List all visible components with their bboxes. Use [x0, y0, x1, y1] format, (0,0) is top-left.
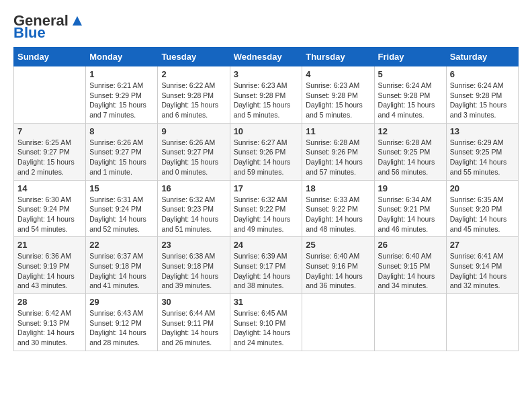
calendar-cell: 12Sunrise: 6:28 AMSunset: 9:25 PMDayligh…	[374, 123, 446, 180]
calendar-cell: 31Sunrise: 6:45 AMSunset: 9:10 PMDayligh…	[230, 294, 302, 351]
header-wednesday: Wednesday	[230, 48, 302, 66]
cell-info: Sunrise: 6:43 AMSunset: 9:12 PMDaylight:…	[89, 308, 154, 348]
week-row-3: 21Sunrise: 6:36 AMSunset: 9:19 PMDayligh…	[14, 237, 519, 294]
logo-blue: Blue	[13, 26, 46, 40]
cell-info: Sunrise: 6:40 AMSunset: 9:15 PMDaylight:…	[378, 251, 443, 291]
cell-info: Sunrise: 6:24 AMSunset: 9:28 PMDaylight:…	[450, 81, 515, 120]
cell-info: Sunrise: 6:28 AMSunset: 9:26 PMDaylight:…	[306, 138, 370, 177]
calendar-body: 1Sunrise: 6:21 AMSunset: 9:29 PMDaylight…	[14, 66, 519, 351]
day-number: 7	[17, 126, 82, 136]
day-number: 11	[306, 126, 370, 136]
cell-info: Sunrise: 6:27 AMSunset: 9:26 PMDaylight:…	[234, 138, 299, 177]
day-number: 26	[378, 240, 443, 250]
cell-info: Sunrise: 6:32 AMSunset: 9:23 PMDaylight:…	[161, 195, 226, 234]
cell-info: Sunrise: 6:34 AMSunset: 9:21 PMDaylight:…	[378, 195, 443, 234]
cell-info: Sunrise: 6:38 AMSunset: 9:18 PMDaylight:…	[161, 251, 226, 291]
header-sunday: Sunday	[14, 48, 86, 66]
header-thursday: Thursday	[302, 48, 374, 66]
svg-marker-0	[73, 16, 82, 26]
header-row: SundayMondayTuesdayWednesdayThursdayFrid…	[14, 48, 519, 66]
header-friday: Friday	[374, 48, 446, 66]
week-row-1: 7Sunrise: 6:25 AMSunset: 9:27 PMDaylight…	[14, 123, 519, 180]
cell-info: Sunrise: 6:37 AMSunset: 9:18 PMDaylight:…	[89, 251, 154, 291]
day-number: 25	[306, 240, 370, 250]
day-number: 2	[161, 69, 226, 79]
calendar-cell: 16Sunrise: 6:32 AMSunset: 9:23 PMDayligh…	[158, 180, 230, 237]
cell-info: Sunrise: 6:35 AMSunset: 9:20 PMDaylight:…	[450, 195, 515, 234]
day-number: 4	[306, 69, 370, 79]
calendar-cell: 7Sunrise: 6:25 AMSunset: 9:27 PMDaylight…	[14, 123, 86, 180]
logo: General Blue	[13, 13, 85, 40]
calendar-cell: 28Sunrise: 6:42 AMSunset: 9:13 PMDayligh…	[14, 294, 86, 351]
header: General Blue	[13, 13, 519, 40]
cell-info: Sunrise: 6:29 AMSunset: 9:25 PMDaylight:…	[450, 138, 515, 177]
calendar-cell: 22Sunrise: 6:37 AMSunset: 9:18 PMDayligh…	[86, 237, 158, 294]
day-number: 29	[89, 297, 154, 307]
day-number: 17	[234, 183, 299, 193]
calendar-cell: 17Sunrise: 6:32 AMSunset: 9:22 PMDayligh…	[230, 180, 302, 237]
cell-info: Sunrise: 6:30 AMSunset: 9:24 PMDaylight:…	[17, 195, 82, 234]
calendar-cell: 14Sunrise: 6:30 AMSunset: 9:24 PMDayligh…	[14, 180, 86, 237]
cell-info: Sunrise: 6:42 AMSunset: 9:13 PMDaylight:…	[17, 308, 82, 348]
cell-info: Sunrise: 6:45 AMSunset: 9:10 PMDaylight:…	[234, 308, 299, 348]
day-number: 24	[234, 240, 299, 250]
day-number: 21	[17, 240, 82, 250]
calendar-cell	[374, 294, 446, 351]
calendar-cell: 25Sunrise: 6:40 AMSunset: 9:16 PMDayligh…	[302, 237, 374, 294]
week-row-0: 1Sunrise: 6:21 AMSunset: 9:29 PMDaylight…	[14, 66, 519, 124]
calendar-cell: 23Sunrise: 6:38 AMSunset: 9:18 PMDayligh…	[158, 237, 230, 294]
day-number: 1	[89, 69, 154, 79]
header-monday: Monday	[86, 48, 158, 66]
calendar-cell: 8Sunrise: 6:26 AMSunset: 9:27 PMDaylight…	[86, 123, 158, 180]
calendar-cell: 4Sunrise: 6:23 AMSunset: 9:28 PMDaylight…	[302, 66, 374, 124]
day-number: 15	[89, 183, 154, 193]
cell-info: Sunrise: 6:40 AMSunset: 9:16 PMDaylight:…	[306, 251, 370, 291]
day-number: 30	[161, 297, 226, 307]
calendar-cell: 1Sunrise: 6:21 AMSunset: 9:29 PMDaylight…	[86, 66, 158, 124]
cell-info: Sunrise: 6:33 AMSunset: 9:22 PMDaylight:…	[306, 195, 370, 234]
day-number: 18	[306, 183, 370, 193]
day-number: 10	[234, 126, 299, 136]
calendar-cell: 26Sunrise: 6:40 AMSunset: 9:15 PMDayligh…	[374, 237, 446, 294]
header-tuesday: Tuesday	[158, 48, 230, 66]
day-number: 16	[161, 183, 226, 193]
calendar-cell: 30Sunrise: 6:44 AMSunset: 9:11 PMDayligh…	[158, 294, 230, 351]
calendar-cell	[14, 66, 86, 124]
calendar-cell: 15Sunrise: 6:31 AMSunset: 9:24 PMDayligh…	[86, 180, 158, 237]
calendar-cell: 18Sunrise: 6:33 AMSunset: 9:22 PMDayligh…	[302, 180, 374, 237]
cell-info: Sunrise: 6:36 AMSunset: 9:19 PMDaylight:…	[17, 251, 82, 291]
day-number: 8	[89, 126, 154, 136]
week-row-4: 28Sunrise: 6:42 AMSunset: 9:13 PMDayligh…	[14, 294, 519, 351]
day-number: 27	[450, 240, 515, 250]
calendar-cell: 19Sunrise: 6:34 AMSunset: 9:21 PMDayligh…	[374, 180, 446, 237]
cell-info: Sunrise: 6:31 AMSunset: 9:24 PMDaylight:…	[89, 195, 154, 234]
cell-info: Sunrise: 6:22 AMSunset: 9:28 PMDaylight:…	[161, 81, 226, 120]
calendar-cell: 2Sunrise: 6:22 AMSunset: 9:28 PMDaylight…	[158, 66, 230, 124]
logo-icon	[70, 13, 85, 28]
week-row-2: 14Sunrise: 6:30 AMSunset: 9:24 PMDayligh…	[14, 180, 519, 237]
cell-info: Sunrise: 6:32 AMSunset: 9:22 PMDaylight:…	[234, 195, 299, 234]
day-number: 14	[17, 183, 82, 193]
cell-info: Sunrise: 6:26 AMSunset: 9:27 PMDaylight:…	[161, 138, 226, 177]
calendar-cell: 9Sunrise: 6:26 AMSunset: 9:27 PMDaylight…	[158, 123, 230, 180]
calendar-cell: 11Sunrise: 6:28 AMSunset: 9:26 PMDayligh…	[302, 123, 374, 180]
cell-info: Sunrise: 6:21 AMSunset: 9:29 PMDaylight:…	[89, 81, 154, 120]
cell-info: Sunrise: 6:28 AMSunset: 9:25 PMDaylight:…	[378, 138, 443, 177]
day-number: 22	[89, 240, 154, 250]
cell-info: Sunrise: 6:39 AMSunset: 9:17 PMDaylight:…	[234, 251, 299, 291]
day-number: 12	[378, 126, 443, 136]
calendar-cell: 27Sunrise: 6:41 AMSunset: 9:14 PMDayligh…	[446, 237, 518, 294]
cell-info: Sunrise: 6:24 AMSunset: 9:28 PMDaylight:…	[378, 81, 443, 120]
calendar-table: SundayMondayTuesdayWednesdayThursdayFrid…	[13, 47, 519, 351]
calendar-header: SundayMondayTuesdayWednesdayThursdayFrid…	[14, 48, 519, 66]
calendar-cell: 5Sunrise: 6:24 AMSunset: 9:28 PMDaylight…	[374, 66, 446, 124]
day-number: 28	[17, 297, 82, 307]
header-saturday: Saturday	[446, 48, 518, 66]
cell-info: Sunrise: 6:41 AMSunset: 9:14 PMDaylight:…	[450, 251, 515, 291]
day-number: 19	[378, 183, 443, 193]
day-number: 23	[161, 240, 226, 250]
calendar-cell: 20Sunrise: 6:35 AMSunset: 9:20 PMDayligh…	[446, 180, 518, 237]
day-number: 3	[234, 69, 299, 79]
day-number: 13	[450, 126, 515, 136]
calendar-cell: 10Sunrise: 6:27 AMSunset: 9:26 PMDayligh…	[230, 123, 302, 180]
